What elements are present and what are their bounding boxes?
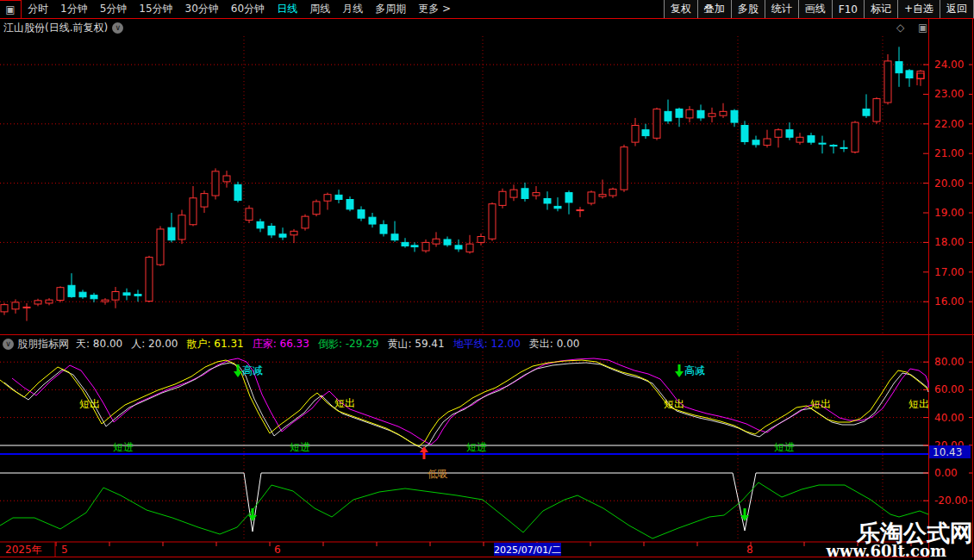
- signal-label: 短进: [466, 441, 487, 453]
- svg-text:80.00: 80.00: [934, 356, 964, 368]
- svg-text:18.00: 18.00: [934, 236, 964, 248]
- svg-text:17.00: 17.00: [934, 266, 964, 278]
- svg-text:10.43: 10.43: [933, 446, 962, 458]
- signal-label: 短出: [810, 398, 831, 410]
- signal-label: 短进: [290, 441, 310, 453]
- signal-label: 低吸: [428, 468, 448, 480]
- svg-text:20.00: 20.00: [934, 177, 964, 190]
- signal-label: 短进: [774, 441, 795, 453]
- svg-text:40.00: 40.00: [934, 412, 964, 424]
- svg-text:21.00: 21.00: [934, 147, 964, 159]
- svg-text:23.00: 23.00: [934, 88, 964, 100]
- signal-label: 短出: [334, 397, 355, 409]
- trading-app: { "menu": { "items": ["分时","1分钟","5分钟","…: [0, 0, 974, 560]
- svg-text:2025/07/01/二: 2025/07/01/二: [494, 544, 561, 556]
- signal-label: 短进: [113, 441, 134, 453]
- main-chart[interactable]: 24.0023.0022.0021.0020.0019.0018.0017.00…: [0, 0, 974, 560]
- signal-label: 高减: [684, 364, 705, 376]
- month-label: 8: [746, 544, 753, 556]
- svg-text:-20.00: -20.00: [934, 495, 968, 507]
- svg-text:16.00: 16.00: [934, 296, 964, 308]
- svg-text:24.00: 24.00: [934, 59, 964, 71]
- signal-label: 短出: [908, 398, 929, 410]
- signal-label: 短出: [79, 398, 100, 410]
- month-label: 5: [61, 544, 68, 556]
- svg-text:22.00: 22.00: [934, 118, 964, 130]
- svg-text:60.00: 60.00: [934, 383, 964, 395]
- month-label: 6: [274, 544, 281, 556]
- signal-label: 高减: [242, 364, 263, 376]
- svg-text:19.00: 19.00: [934, 207, 964, 219]
- watermark-url: www.60lt.com: [827, 542, 946, 560]
- signal-label: 短出: [664, 398, 684, 410]
- year-label: 2025年: [5, 544, 42, 556]
- svg-text:0.00: 0.00: [934, 467, 958, 479]
